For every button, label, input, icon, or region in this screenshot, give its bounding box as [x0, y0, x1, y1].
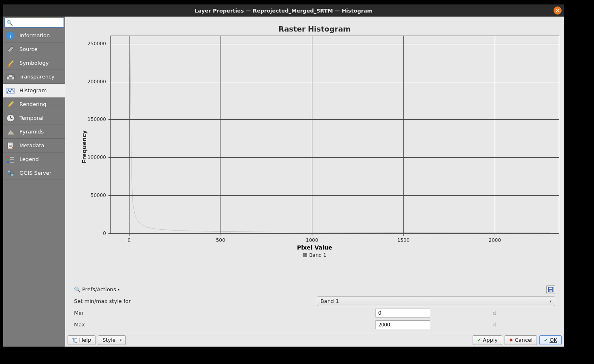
plot-area[interactable]: 0500001000001500002000002500000500100015… — [110, 36, 559, 234]
svg-rect-4 — [9, 77, 12, 80]
metadata-icon — [6, 141, 15, 150]
help-label: Help — [79, 337, 91, 343]
svg-rect-12 — [8, 142, 13, 149]
window-title: Layer Properties — Reprojected_Merged_SR… — [195, 8, 373, 14]
pick-min-icon[interactable]: ☝ — [493, 310, 501, 316]
prefs-actions-button[interactable]: 🔍 Prefs/Actions ▾ — [74, 286, 119, 292]
help-button[interactable]: ?⃝ Help — [68, 335, 95, 345]
sidebar-item-histogram[interactable]: Histogram — [3, 84, 65, 97]
x-tick: 2000 — [489, 233, 501, 243]
sidebar-item-label: Temporal — [19, 115, 44, 121]
apply-button[interactable]: ✔ Apply — [473, 335, 502, 345]
sidebar-item-label: Metadata — [19, 142, 45, 148]
style-label: Style — [102, 337, 116, 343]
x-axis-label: Pixel Value — [297, 244, 332, 251]
ok-icon: ✔ — [544, 337, 548, 343]
sidebar-item-legend[interactable]: Legend — [3, 152, 65, 166]
set-minmax-label: Set min/max style for — [74, 298, 317, 304]
info-icon: i — [6, 31, 15, 40]
y-tick: 250000 — [87, 41, 111, 47]
y-tick: 0 — [103, 231, 111, 236]
sidebar-item-label: Symbology — [19, 60, 49, 66]
server-icon — [6, 168, 15, 178]
check-icon: ✔ — [477, 337, 481, 343]
svg-rect-5 — [12, 75, 14, 77]
sidebar-item-label: Legend — [19, 156, 39, 162]
prefs-label: Prefs/Actions — [82, 286, 116, 292]
paint-icon — [6, 99, 15, 109]
sidebar-item-temporal[interactable]: Temporal — [3, 111, 65, 125]
x-tick: 500 — [216, 233, 225, 243]
pick-max-icon[interactable]: ☝ — [493, 322, 501, 328]
plot: Frequency 050000100000150000200000250000… — [70, 36, 559, 258]
help-icon: ?⃝ — [72, 337, 78, 343]
sidebar-item-label: Source — [19, 46, 38, 52]
svg-rect-17 — [7, 159, 9, 161]
band-select-value: Band 1 — [320, 298, 339, 304]
sidebar-item-metadata[interactable]: Metadata — [3, 139, 65, 152]
sidebar-item-label: Rendering — [19, 101, 46, 107]
band-select[interactable]: Band 1 ▾ — [317, 296, 555, 306]
dialog-footer: ?⃝ Help Style ▾ ✔ Apply ✖ Cancel ✔ — [65, 333, 564, 347]
zoom-icon: 🔍 — [74, 286, 81, 292]
sidebar-item-information[interactable]: i Information — [3, 29, 65, 42]
apply-label: Apply — [483, 337, 498, 343]
search-icon: 🔍 — [6, 20, 13, 26]
chart-container: Raster Histogram Frequency 0500001000001… — [65, 17, 564, 282]
svg-rect-22 — [7, 170, 11, 173]
max-label: Max — [74, 322, 375, 328]
transparency-icon — [6, 72, 15, 82]
y-tick: 100000 — [87, 154, 111, 160]
titlebar: Layer Properties — Reprojected_Merged_SR… — [3, 4, 564, 17]
x-tick: 0 — [127, 233, 131, 243]
histogram-series — [111, 36, 559, 233]
cancel-icon: ✖ — [509, 337, 513, 343]
sidebar-item-label: Histogram — [19, 87, 47, 93]
sidebar-item-source[interactable]: Source — [3, 42, 65, 56]
chart-legend: Band 1 — [303, 252, 326, 258]
min-label: Min — [74, 310, 375, 316]
x-tick: 1500 — [397, 233, 410, 243]
y-axis-label: Frequency — [81, 130, 87, 163]
sidebar-item-label: Pyramids — [19, 129, 44, 135]
y-tick: 150000 — [87, 116, 111, 122]
svg-text:i: i — [10, 33, 11, 39]
layer-properties-window: Layer Properties — Reprojected_Merged_SR… — [3, 4, 564, 347]
svg-rect-27 — [549, 288, 552, 289]
sidebar-search-input[interactable] — [15, 20, 62, 26]
sidebar-item-pyramids[interactable]: Pyramids — [3, 125, 65, 139]
svg-rect-28 — [549, 290, 552, 292]
sidebar-item-label: Information — [19, 32, 50, 38]
style-button[interactable]: Style ▾ — [98, 335, 126, 345]
brush-icon — [6, 58, 15, 68]
ok-button[interactable]: ✔ OK — [539, 335, 562, 345]
sidebar-item-label: Transparency — [19, 74, 55, 80]
sidebar-search[interactable]: 🔍 — [4, 18, 64, 28]
y-tick: 50000 — [91, 193, 111, 198]
save-plot-button[interactable] — [546, 285, 555, 294]
max-input[interactable] — [375, 320, 430, 329]
histogram-controls: 🔍 Prefs/Actions ▾ Set min/max style for … — [65, 282, 564, 333]
min-input[interactable] — [375, 309, 430, 317]
sidebar-item-transparency[interactable]: Transparency — [3, 70, 65, 84]
ok-label: OK — [549, 337, 557, 343]
main-panel: Raster Histogram Frequency 0500001000001… — [65, 17, 564, 347]
cancel-label: Cancel — [515, 337, 532, 343]
sidebar: 🔍 i Information Source Symbology — [3, 17, 65, 347]
svg-rect-3 — [7, 75, 9, 77]
svg-rect-16 — [7, 157, 9, 158]
wrench-icon — [6, 44, 15, 54]
sidebar-item-rendering[interactable]: Rendering — [3, 97, 65, 111]
chevron-down-icon: ▾ — [549, 299, 552, 303]
sidebar-item-qgis-server[interactable]: QGIS Server — [3, 166, 65, 180]
clock-icon — [6, 113, 15, 123]
window-close-button[interactable]: ✕ — [554, 6, 562, 15]
y-tick: 200000 — [87, 79, 111, 85]
legend-icon — [6, 154, 15, 164]
svg-rect-18 — [7, 161, 9, 163]
chevron-down-icon: ▾ — [118, 288, 120, 292]
histogram-icon — [6, 86, 15, 95]
sidebar-item-symbology[interactable]: Symbology — [3, 56, 65, 70]
cancel-button[interactable]: ✖ Cancel — [505, 335, 537, 345]
chevron-down-icon: ▾ — [120, 338, 122, 342]
